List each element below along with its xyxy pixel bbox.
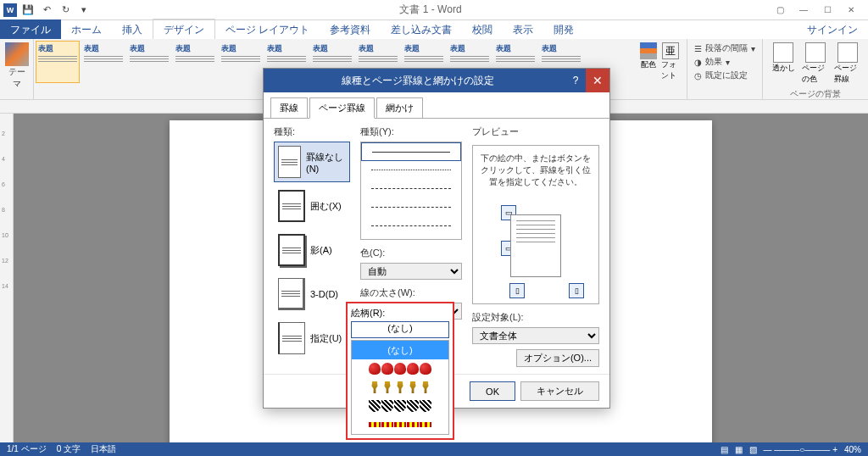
vertical-ruler[interactable]: 2 4 6 8 10 12 14: [0, 114, 14, 442]
options-button[interactable]: オプション(O)...: [516, 349, 599, 367]
options-group: ☰ 段落の間隔▾ ◑ 効果▾ ◷ 既定に設定: [687, 39, 763, 99]
setting-custom[interactable]: 指定(U): [274, 318, 350, 359]
apply-label: 設定対象(L):: [472, 311, 599, 324]
status-page[interactable]: 1/1 ページ: [7, 443, 47, 455]
setting-label: 種類:: [274, 125, 350, 138]
tab-design[interactable]: デザイン: [153, 19, 215, 41]
tab-view[interactable]: 表示: [503, 19, 543, 41]
preview-box: 下の絵の中、またはボタンをクリックして、罫線を引く位置を指定してください。 ▭ …: [472, 145, 599, 304]
page-background-group: 透かし ページの色 ページ罫線 ページの背景: [763, 39, 868, 99]
window-controls: ▢ — ☐ ✕: [770, 3, 868, 18]
colors-icon: [640, 42, 657, 59]
style-item[interactable]: [361, 142, 461, 161]
preview-page-icon[interactable]: [510, 214, 561, 277]
art-item-pattern[interactable]: [352, 359, 448, 378]
tab-references[interactable]: 参考資料: [320, 19, 381, 41]
setting-column: 種類: 罫線なし(N) 囲む(X) 影(A) 3-D(D) 指定(U): [274, 125, 350, 367]
color-label: 色(C):: [360, 247, 462, 259]
setting-none[interactable]: 罫線なし(N): [274, 142, 350, 182]
dialog-titlebar[interactable]: 線種とページ罫線と網かけの設定 ? ✕: [264, 69, 609, 92]
none-icon: [278, 146, 301, 178]
art-item-pattern[interactable]: [352, 397, 448, 415]
gallery-item[interactable]: 表題: [127, 41, 171, 83]
titlebar: W 💾 ↶ ↻ ▾ 文書 1 - Word ▢ — ☐ ✕: [0, 0, 868, 20]
art-dropdown-highlight: 絵柄(R): (なし) (なし): [346, 302, 454, 440]
theme-group: テーマ: [0, 39, 34, 99]
tab-insert[interactable]: 挿入: [112, 19, 153, 41]
qat-customize-icon[interactable]: ▾: [76, 3, 92, 18]
close-button[interactable]: ✕: [841, 3, 861, 18]
set-default-button[interactable]: ◷ 既定に設定: [694, 70, 755, 81]
save-button[interactable]: 💾: [20, 3, 36, 18]
tab-review[interactable]: 校閲: [462, 19, 503, 41]
preview-diagram: ▭ ▭ ▯ ▯: [480, 195, 592, 297]
status-lang[interactable]: 日本語: [91, 443, 116, 455]
style-item[interactable]: [361, 161, 461, 180]
dialog-close-button[interactable]: ✕: [586, 69, 609, 92]
status-words[interactable]: 0 文字: [57, 443, 81, 455]
art-item-pattern[interactable]: [352, 415, 448, 434]
view-web-icon[interactable]: ▧: [749, 445, 757, 454]
setting-shadow[interactable]: 影(A): [274, 230, 350, 270]
art-label: 絵柄(R):: [351, 307, 449, 320]
zoom-level[interactable]: 40%: [844, 445, 861, 454]
style-list[interactable]: [360, 142, 462, 240]
art-select[interactable]: (なし): [351, 321, 449, 338]
tab-developer[interactable]: 開発: [543, 19, 584, 41]
setting-box[interactable]: 囲む(X): [274, 186, 350, 226]
maximize-button[interactable]: ☐: [817, 3, 837, 18]
edge-right-button[interactable]: ▯: [569, 283, 584, 298]
dtab-borders[interactable]: 罫線: [270, 97, 308, 119]
minimize-button[interactable]: —: [793, 3, 814, 18]
tab-layout[interactable]: ページ レイアウト: [215, 19, 320, 41]
gallery-item[interactable]: 表題: [36, 41, 80, 83]
tab-file[interactable]: ファイル: [0, 19, 61, 41]
dtab-shading[interactable]: 網かけ: [376, 97, 423, 119]
style-item[interactable]: [361, 180, 461, 198]
style-item[interactable]: [361, 198, 461, 217]
style-item[interactable]: [361, 217, 461, 236]
page-borders-button[interactable]: ページ罫線: [834, 42, 861, 85]
undo-button[interactable]: ↶: [39, 3, 54, 18]
fonts-button[interactable]: 亜フォント: [661, 42, 680, 96]
preview-label: プレビュー: [472, 125, 599, 138]
para-spacing-button[interactable]: ☰ 段落の間隔▾: [694, 42, 755, 54]
formatting-group: 配色 亜フォント: [632, 39, 687, 99]
theme-label: テーマ: [5, 66, 28, 90]
word-icon: W: [3, 3, 17, 17]
signin-link[interactable]: サインイン: [807, 23, 868, 37]
tab-mailings[interactable]: 差し込み文書: [381, 19, 462, 41]
watermark-button[interactable]: 透かし: [770, 42, 797, 85]
art-dropdown-list[interactable]: (なし): [351, 340, 449, 435]
bg-group-label: ページの背景: [770, 88, 861, 100]
ribbon-options-icon[interactable]: ▢: [770, 3, 790, 18]
ok-button[interactable]: OK: [470, 381, 515, 401]
theme-icon[interactable]: [5, 42, 29, 66]
view-print-icon[interactable]: ▤: [721, 445, 728, 454]
page-borders-icon: [837, 42, 858, 63]
art-item-none[interactable]: (なし): [352, 341, 448, 359]
colors-button[interactable]: 配色: [639, 42, 658, 96]
threed-icon: [278, 278, 305, 310]
gallery-item[interactable]: 表題: [81, 41, 125, 83]
zoom-slider[interactable]: — ———○——— +: [764, 445, 837, 454]
shadow-icon: [278, 234, 305, 266]
effects-button[interactable]: ◑ 効果▾: [694, 56, 755, 68]
dialog-help-button[interactable]: ?: [565, 75, 586, 86]
setting-3d[interactable]: 3-D(D): [274, 274, 350, 314]
view-read-icon[interactable]: ▦: [735, 445, 743, 454]
redo-button[interactable]: ↻: [58, 3, 73, 18]
cancel-button[interactable]: キャンセル: [520, 381, 599, 401]
gallery-item[interactable]: 表題: [173, 41, 217, 83]
box-icon: [278, 190, 305, 222]
edge-left-button[interactable]: ▯: [509, 283, 525, 298]
fonts-icon: 亜: [662, 42, 679, 59]
apply-select[interactable]: 文書全体: [472, 327, 599, 344]
dtab-page-borders[interactable]: ページ罫線: [309, 97, 375, 119]
tab-home[interactable]: ホーム: [61, 19, 112, 41]
color-select[interactable]: 自動: [360, 263, 462, 280]
page-color-button[interactable]: ページの色: [802, 42, 829, 85]
statusbar: 1/1 ページ 0 文字 日本語 ▤ ▦ ▧ — ———○——— + 40%: [0, 442, 868, 456]
art-item-pattern[interactable]: [352, 378, 448, 397]
gallery-item[interactable]: 表題: [219, 41, 263, 83]
